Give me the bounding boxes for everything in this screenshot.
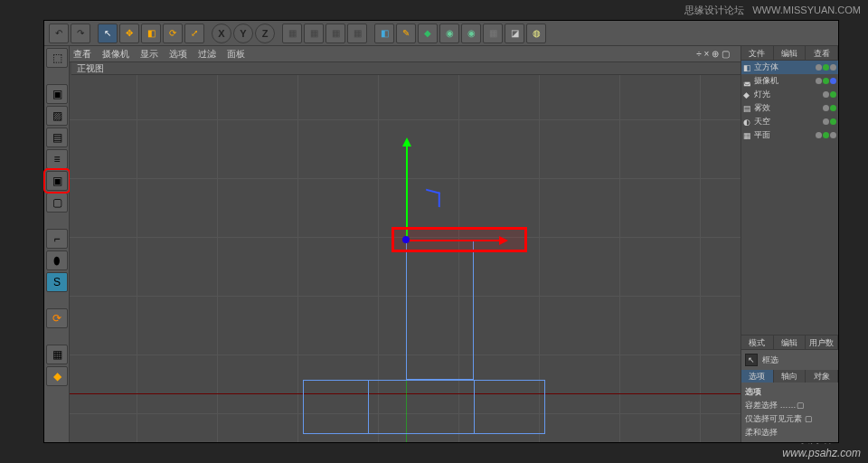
env1-button[interactable]: ◉ [439, 24, 459, 43]
tolerance-select-row[interactable]: 容差选择 ……▢ [745, 400, 835, 411]
right-panels: 文件 编辑 查看 ◧ 立方体 ◛ 摄像机 ◆ 灯光 ▤ 雾效 [741, 46, 838, 442]
grid-button[interactable]: ▦ [483, 24, 503, 43]
cube-geometry-top[interactable] [406, 240, 474, 380]
workplane-button[interactable]: ▤ [46, 128, 68, 147]
anim2-button[interactable]: ▦ [326, 24, 345, 43]
snap-button[interactable]: S [46, 272, 68, 292]
subtab-axis[interactable]: 轴向 [774, 370, 807, 383]
cube-edge [368, 380, 369, 434]
select-tool-button[interactable]: ↖ [98, 24, 118, 43]
menu-camera[interactable]: 摄像机 [102, 48, 129, 61]
rotate-tool-button[interactable]: ⟳ [163, 24, 183, 43]
menu-display[interactable]: 显示 [140, 48, 158, 61]
anim1-button[interactable]: ▦ [304, 24, 324, 43]
plane-icon: ▦ [743, 131, 754, 140]
cube-icon: ◧ [743, 63, 754, 72]
left-toolbar: ⬚ ▣ ▨ ▤ ≡ ▣ ▢ ⌐ ⬮ S ⟳ ▦ ◆ [44, 46, 70, 442]
point-mode-button[interactable]: ⬮ [46, 250, 68, 270]
menu-view[interactable]: 查看 [73, 48, 91, 61]
redo-button[interactable]: ↷ [71, 24, 90, 43]
diamond-button[interactable]: ◆ [46, 366, 68, 386]
move-tool-button[interactable]: ✥ [119, 24, 139, 43]
y-axis-button[interactable]: Y [233, 24, 253, 43]
object-row-camera[interactable]: ◛ 摄像机 [741, 74, 838, 88]
pen-tool-button[interactable]: ✎ [396, 24, 416, 43]
soft-select-row[interactable]: 柔和选择 [745, 427, 835, 439]
object-manager-tabs: 文件 编辑 查看 [741, 46, 838, 61]
undo-button[interactable]: ↶ [49, 24, 69, 43]
object-row-fog[interactable]: ▤ 雾效 [741, 101, 838, 115]
cube-geometry-bottom[interactable] [303, 380, 545, 434]
fog-icon: ▤ [743, 104, 754, 113]
x-axis-button[interactable]: X [212, 24, 231, 43]
object-manager[interactable]: ◧ 立方体 ◛ 摄像机 ◆ 灯光 ▤ 雾效 ◐ 天空 [741, 61, 838, 142]
tab-edit2[interactable]: 编辑 [774, 335, 807, 349]
viewport-nav-icons[interactable]: ÷ × ⊕ ▢ [696, 49, 730, 59]
axis-blue-marker [426, 189, 439, 208]
menu-options[interactable]: 选项 [169, 48, 187, 61]
watermark-url: WWW.MISSYUAN.COM [752, 5, 861, 15]
object-label: 雾效 [754, 102, 823, 114]
light-button[interactable]: ◍ [526, 24, 546, 43]
tab-userdata[interactable]: 用户数 [806, 335, 838, 349]
tab-view[interactable]: 查看 [806, 46, 838, 60]
menu-panel[interactable]: 面板 [227, 48, 245, 61]
texture-mode-button[interactable]: ▨ [46, 106, 68, 126]
model-mode-button[interactable]: ▣ [46, 84, 68, 104]
z-axis-button[interactable]: Z [255, 24, 275, 43]
camera-icon: ◛ [743, 77, 754, 86]
menu-filter[interactable]: 过滤 [198, 48, 216, 61]
object-row-cube[interactable]: ◧ 立方体 [741, 61, 838, 74]
light-icon: ◆ [743, 90, 754, 99]
object-label: 天空 [754, 116, 823, 128]
object-mode-button[interactable]: ▣ [46, 171, 68, 191]
sky-icon: ◐ [743, 118, 754, 127]
object-label: 平面 [754, 129, 816, 141]
cube-edge-2 [474, 380, 475, 434]
object-label: 摄像机 [754, 75, 816, 87]
viewport[interactable]: 查看 摄像机 显示 选项 过滤 面板 ÷ × ⊕ ▢ 正视图 [70, 46, 741, 442]
object-row-sky[interactable]: ◐ 天空 [741, 115, 838, 128]
anim3-button[interactable]: ▦ [347, 24, 367, 43]
viewport-canvas[interactable] [70, 75, 741, 442]
object-label: 立方体 [754, 61, 816, 73]
cube-primitive-button[interactable]: ◧ [374, 24, 394, 43]
section-heading: 选项 [745, 386, 835, 398]
render-button[interactable]: ▦ [282, 24, 302, 43]
attribute-manager: 模式 编辑 用户数 ↖ 框选 选项 轴向 对象 选项 容差选择 ……▢ 仅选择可… [741, 335, 838, 442]
select-mode-icon: ↖ [745, 354, 758, 366]
deformer-button[interactable]: ◆ [418, 24, 438, 43]
make-editable-button[interactable]: ⬚ [46, 48, 68, 68]
scale-tool-button[interactable]: ⤢ [184, 24, 204, 43]
workplane2-button[interactable]: ▦ [46, 345, 68, 364]
tab-file[interactable]: 文件 [741, 46, 774, 60]
layers-button[interactable]: ≡ [46, 149, 68, 169]
object-row-light[interactable]: ◆ 灯光 [741, 88, 838, 101]
watermark-psahz: www.psahz.com [782, 447, 861, 459]
viewport-menu: 查看 摄像机 显示 选项 过滤 面板 ÷ × ⊕ ▢ [70, 46, 741, 62]
app-window: ↶ ↷ ↖ ✥ ◧ ⟳ ⤢ X Y Z ▦ ▦ ▦ ▦ ◧ ✎ ◆ ◉ ◉ ▦ … [43, 20, 839, 443]
tab-edit[interactable]: 编辑 [774, 46, 807, 60]
highlight-annotation [392, 227, 527, 252]
edge-mode-button[interactable]: ⌐ [46, 229, 68, 249]
magnet-button[interactable]: ⟳ [46, 308, 68, 328]
tab-mode[interactable]: 模式 [741, 335, 774, 349]
env2-button[interactable]: ◉ [461, 24, 481, 43]
visible-only-row[interactable]: 仅选择可见元素 ▢ [745, 413, 835, 425]
camera-button[interactable]: ◪ [505, 24, 524, 43]
viewport-label: 正视图 [71, 62, 742, 75]
object-row-plane[interactable]: ▦ 平面 [741, 128, 838, 142]
object-label: 灯光 [754, 89, 823, 100]
cube-tool-button[interactable]: ◧ [141, 24, 161, 43]
main-toolbar: ↶ ↷ ↖ ✥ ◧ ⟳ ⤢ X Y Z ▦ ▦ ▦ ▦ ◧ ✎ ◆ ◉ ◉ ▦ … [44, 21, 838, 46]
subtab-options[interactable]: 选项 [741, 370, 774, 383]
gizmo-y-axis[interactable] [406, 140, 408, 240]
watermark-forum: 思缘设计论坛 [684, 5, 744, 15]
subtab-object[interactable]: 对象 [806, 370, 838, 383]
mode-label: 框选 [762, 355, 778, 364]
polygon-mode-button[interactable]: ▢ [46, 193, 68, 213]
